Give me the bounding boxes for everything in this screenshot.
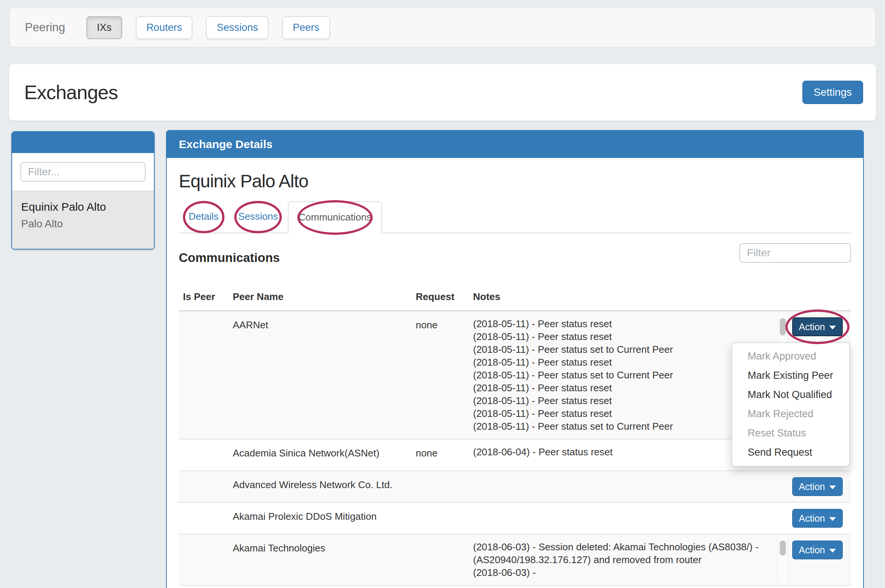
action-button[interactable]: Action (792, 317, 843, 336)
notes-scrollbar-thumb[interactable] (780, 318, 786, 335)
cell-peer-name: Akamai Prolexic DDoS Mitigation (233, 509, 416, 528)
communications-filter-wrap (739, 243, 851, 263)
tab-details[interactable]: Details (179, 201, 228, 233)
exchange-list-item[interactable]: Equinix Palo AltoPalo Alto (12, 191, 154, 249)
note-line: (2018-06-04) - Peer status reset (473, 446, 769, 458)
action-button-label: Action (799, 512, 825, 524)
cell-request (416, 541, 473, 579)
cell-peer-name: Akamai Technologies (233, 541, 416, 579)
exchange-details-panel-title: Exchange Details (179, 138, 272, 151)
menu-item-mark-not-qualified[interactable]: Mark Not Qualified (732, 385, 849, 404)
note-line: (2018-05-11) - Peer status set to Curren… (473, 420, 769, 433)
cell-peer-name: AARNet (233, 317, 416, 433)
nav-button-routers[interactable]: Routers (136, 16, 193, 39)
nav-button-sessions[interactable]: Sessions (206, 16, 269, 39)
cell-action: Action (791, 541, 851, 579)
communications-filter-input[interactable] (739, 243, 851, 263)
menu-item-mark-approved[interactable]: Mark Approved (732, 347, 849, 366)
column-header-is-peer: Is Peer (179, 290, 233, 303)
cell-is-peer (179, 446, 233, 464)
communications-heading: Communications (179, 244, 280, 265)
tab-sessions[interactable]: Sessions (228, 201, 288, 233)
cell-peer-name: Advanced Wireless Network Co. Ltd. (233, 477, 416, 496)
exchange-details-panel-header: Exchange Details (167, 131, 863, 158)
note-line: (2018-06-03) - Session deleted: Akamai T… (473, 541, 769, 566)
annotation-ellipse (183, 201, 224, 233)
note-line: (2018-05-11) - Peer status reset (473, 330, 769, 343)
cell-is-peer (179, 477, 233, 496)
action-button-label: Action (799, 544, 825, 556)
exchange-list-panel: Equinix Palo AltoPalo Alto (11, 131, 155, 250)
menu-item-reset-status[interactable]: Reset Status (732, 424, 849, 443)
communications-section-header: Communications (179, 244, 851, 265)
nav-button-ixs[interactable]: IXs (86, 16, 122, 39)
column-header-request: Request (416, 290, 473, 303)
menu-item-mark-existing-peer[interactable]: Mark Existing Peer (732, 366, 849, 385)
notes-scrollbar-track[interactable] (778, 537, 788, 583)
cell-request: none (416, 317, 473, 433)
nav-buttons: IXsRoutersSessionsPeers (86, 16, 344, 39)
note-line: (2018-05-11) - Peer status reset (473, 394, 769, 407)
action-button[interactable]: Action (792, 541, 843, 559)
note-line: (2018-05-11) - Peer status reset (473, 407, 769, 420)
menu-item-send-request[interactable]: Send Request (732, 443, 849, 462)
communications-table-body: AARNetnone(2018-05-11) - Peer status res… (179, 311, 851, 586)
caret-down-icon (829, 517, 836, 521)
exchange-list-item-subtitle: Palo Alto (21, 218, 145, 230)
exchange-list-filter-wrap (12, 153, 154, 191)
exchange-list-panel-header (12, 132, 154, 153)
table-row: Akamai Prolexic DDoS MitigationAction (179, 503, 851, 534)
action-dropdown-menu: Mark ApprovedMark Existing PeerMark Not … (731, 342, 850, 467)
exchange-list: Equinix Palo AltoPalo Alto (12, 191, 154, 249)
cell-request (416, 509, 473, 528)
action-button-wrap: Action (792, 541, 843, 559)
cell-request (416, 477, 473, 496)
communications-table-header: Is Peer Peer Name Request Notes (179, 290, 851, 311)
exchange-list-filter-input[interactable] (20, 162, 146, 182)
note-line: (2018-05-11) - Peer status reset (473, 381, 769, 394)
note-line: (2018-05-11) - Peer status reset (473, 317, 769, 330)
cell-request: none (416, 446, 473, 464)
action-button[interactable]: Action (792, 509, 843, 528)
note-line: (2018-06-03) - (473, 566, 769, 579)
caret-down-icon (829, 485, 836, 489)
tab-bar: DetailsSessionsCommunications (179, 201, 851, 233)
caret-down-icon (829, 549, 836, 553)
column-header-peer-name: Peer Name (233, 290, 416, 303)
settings-button[interactable]: Settings (802, 81, 863, 104)
annotation-ellipse (297, 200, 373, 235)
exchange-details-panel-body: Equinix Palo Alto DetailsSessionsCommuni… (167, 158, 863, 586)
cell-peer-name: Academia Sinica Network(ASNet) (233, 446, 416, 464)
nav-button-peers[interactable]: Peers (282, 16, 330, 39)
action-button[interactable]: Action (792, 477, 843, 496)
note-line: (2018-05-11) - Peer status set to Curren… (473, 369, 769, 381)
note-line: (2018-05-11) - Peer status reset (473, 356, 769, 369)
action-button-wrap: Action (792, 509, 843, 528)
cell-action: Action (791, 509, 851, 528)
cell-notes (473, 509, 791, 528)
brand: Peering (25, 21, 65, 34)
caret-down-icon (829, 326, 836, 329)
cell-action: Action (791, 477, 851, 496)
notes-scrollbar-thumb[interactable] (780, 541, 786, 556)
note-line: (2018-05-11) - Peer status set to Curren… (473, 343, 769, 356)
cell-action: ActionMark ApprovedMark Existing PeerMar… (791, 317, 851, 433)
page: { "colors": { "accent": "#337ab7", "acce… (0, 0, 885, 588)
table-row: AARNetnone(2018-05-11) - Peer status res… (179, 311, 851, 439)
action-button-wrap: Action (792, 477, 843, 496)
exchange-title: Equinix Palo Alto (179, 171, 851, 191)
cell-notes (473, 477, 791, 496)
column-header-notes: Notes (473, 290, 791, 303)
column-header-action (791, 290, 851, 303)
menu-item-mark-rejected[interactable]: Mark Rejected (732, 404, 849, 424)
table-row: Advanced Wireless Network Co. Ltd.Action (179, 471, 851, 503)
annotation-ellipse (234, 201, 282, 233)
cell-is-peer (179, 317, 233, 433)
cell-notes: (2018-06-03) - Session deleted: Akamai T… (473, 541, 791, 579)
table-row: Akamai Technologies(2018-06-03) - Sessio… (179, 534, 851, 586)
cell-is-peer (179, 509, 233, 528)
tab-communications[interactable]: Communications (288, 201, 382, 233)
page-title: Exchanges (24, 81, 802, 104)
top-navbar: Peering IXsRoutersSessionsPeers (9, 8, 876, 47)
action-button-wrap: ActionMark ApprovedMark Existing PeerMar… (792, 317, 843, 336)
